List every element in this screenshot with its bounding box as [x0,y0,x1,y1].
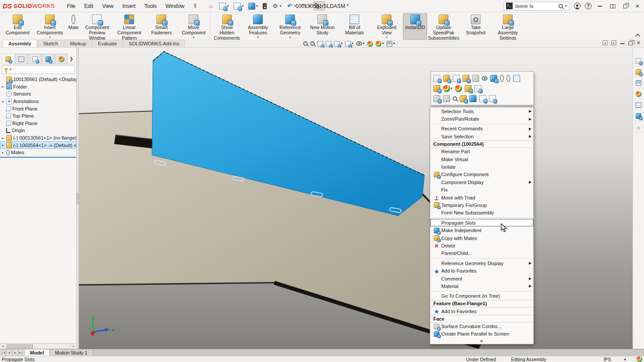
home-button[interactable]: ⌂ [205,1,216,11]
expander-icon[interactable]: ▸ [1,151,5,155]
maximize-pane-button[interactable] [608,3,617,9]
dropdown-icon[interactable]: ▾ [450,87,452,90]
tab-solidworks-add-ins[interactable]: SOLIDWORKS Add-Ins [123,40,185,47]
featuremanager-tab[interactable] [2,54,15,64]
file-explorer-tab[interactable] [634,78,644,88]
tab-sketch[interactable]: Sketch [37,40,64,47]
scroll-left-icon[interactable]: ◂ [0,344,6,349]
tree-item-sensors[interactable]: Sensors [0,90,76,98]
edit-assembly-button[interactable] [433,85,441,92]
instant3d-button[interactable]: Instant3D [403,13,427,40]
restore-button[interactable] [622,3,629,9]
search-box[interactable]: >_ ▾ [503,2,570,11]
solidworks-resources-tab[interactable] [634,56,644,66]
mate-button[interactable]: Mate [66,13,81,40]
material-button[interactable] [474,85,482,92]
dropdown-icon[interactable]: ▾ [363,42,365,45]
magnified-selection-button[interactable] [452,96,458,101]
tree-horizontal-scrollbar[interactable]: ◂ ▸ [0,343,76,349]
dropdown-icon[interactable]: ▾ [227,4,229,8]
menu-view[interactable]: View [98,1,118,11]
insert-below-button[interactable] [490,74,498,82]
traffic-light-button[interactable] [261,2,268,11]
expand-arrow-tab[interactable]: ❯ [68,54,74,64]
propertymanager-tab[interactable] [15,54,28,64]
menu-item-save-selection[interactable]: Save Selection▶ [430,133,533,140]
appearances-scenes-tab[interactable] [634,89,644,99]
redo-button[interactable]: ↷▾ [299,1,312,11]
search-icon[interactable] [558,4,563,8]
dimxpertmanager-tab[interactable] [42,54,55,64]
dropdown-icon[interactable]: ▾ [49,36,51,39]
edit-part-button[interactable] [433,74,441,82]
insert-components-button[interactable]: Insert Components▾ [34,13,66,40]
scrollbar-thumb[interactable] [7,344,33,348]
ribbon-collapse-icon[interactable] [636,33,640,37]
show-hidden-components-button[interactable]: Show Hidden Components [210,13,242,40]
exploded-view-button[interactable]: Exploded View▾ [371,13,402,40]
hide-show-items-button[interactable]: ▾ [356,41,365,46]
status-tag-icon[interactable] [637,356,642,362]
custom-properties-tab[interactable] [634,100,644,110]
view-settings-button[interactable]: ▾ [387,41,395,47]
minimize-button[interactable] [620,41,625,46]
dropdown-icon[interactable]: ▾ [309,4,310,8]
close-button[interactable]: ✕ [633,3,641,9]
move-with-triad-button[interactable] [464,85,472,92]
smart-fasteners-button[interactable]: Smart Fasteners [145,13,177,40]
tree-item-plane[interactable]: Front Plane [0,105,76,112]
menu-item-fix[interactable]: Fix [430,186,533,194]
expander-icon[interactable]: ▸ [1,136,5,140]
menu-item-delete[interactable]: ✕Delete [430,242,533,249]
dropdown-icon[interactable]: ▾ [386,36,388,39]
undo-button[interactable]: ↶▾ [284,1,298,11]
view-orientation-button[interactable] [488,95,496,103]
apply-scene-button[interactable]: ▾ [376,41,384,47]
section-view-button[interactable] [459,95,467,103]
menu-item-temporary-fix-group[interactable]: Temporary Fix/Group [430,201,533,209]
dropdown-icon[interactable]: ▾ [341,42,342,45]
dropdown-icon[interactable]: ▾ [256,4,258,8]
tree-item-annotations[interactable]: ▸AAnnotations [0,98,76,105]
save-button[interactable]: ▾ [246,1,260,11]
filter-funnel-icon[interactable] [4,68,8,71]
expander-icon[interactable]: ▸ [1,85,5,89]
menu-item-material[interactable]: Material▶ [430,282,533,290]
dropdown-icon[interactable]: ▾ [352,42,354,45]
search-dropdown-icon[interactable]: ▾ [565,4,567,8]
dropdown-icon[interactable]: ▾ [242,4,243,8]
status-units[interactable]: IPS [603,357,611,362]
zoom-to-selection-button[interactable] [443,95,450,103]
zoom-to-area-button[interactable] [310,41,315,46]
large-assembly-settings-button[interactable]: Large Assembly Settings [492,13,524,40]
tree-item-plane[interactable]: Top Plane [0,112,76,120]
tab-markup[interactable]: Markup [64,40,92,47]
tree-filter[interactable]: ▾ [2,65,74,74]
account-icon[interactable] [574,3,581,9]
tree-item-folder[interactable]: ▸Folder [0,83,76,91]
dropdown-icon[interactable]: ▾ [382,42,384,45]
menu-file[interactable]: File [63,1,79,11]
tab-motion-study-1[interactable]: Motion Study 1 [50,349,93,356]
expander-icon[interactable]: ▸ [1,143,5,147]
status-expand-icon[interactable]: ▲ [623,357,627,361]
tree-item-assembly[interactable]: 100130561 (Default) <Display State-1> [0,76,76,83]
menu-tools[interactable]: Tools [141,1,161,11]
menu-insert[interactable]: Insert [119,1,140,11]
mate-button[interactable] [499,74,504,82]
pane-right-button[interactable]: ▸ [611,41,616,45]
new-document-button[interactable]: ▾ [217,1,231,11]
display-style-button[interactable]: ▾ [345,41,354,47]
menu-item-isolate[interactable]: Isolate [430,163,533,170]
view-orientation-button[interactable]: ▾ [334,41,342,47]
appearances-button[interactable]: ▾ [443,85,453,92]
component-preview-window-button[interactable]: Component Preview Window [81,13,113,40]
scroll-right-icon[interactable]: ▸ [71,344,76,349]
edit-component-button[interactable]: Edit Component [2,13,34,40]
graphics-viewport[interactable]: x [79,48,633,349]
update-speedpak-subassemblies-button[interactable]: Update SpeedPak Subassemblies [428,13,459,40]
dropdown-icon[interactable]: ▾ [290,36,291,39]
select-arrow-button[interactable]: ▾ [313,1,325,11]
menu-item-component-display[interactable]: Component Display▶ [430,178,533,186]
edit-appearance-button[interactable] [367,41,373,47]
